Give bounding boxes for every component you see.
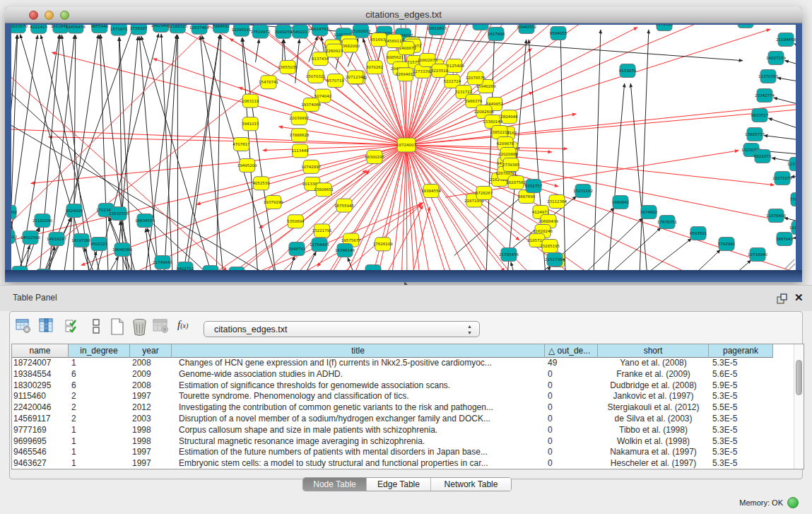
cell-out_degree: 0	[545, 380, 598, 392]
table-select-value: citations_edges.txt	[214, 325, 288, 334]
cell-short: de Silva et al. (2003)	[598, 414, 709, 425]
column-header-year[interactable]: year	[130, 344, 172, 358]
cell-short: Dudbridge et al. (2008)	[598, 380, 709, 392]
tab-node-table[interactable]: Node Table	[303, 478, 366, 491]
network-canvas[interactable]: 2002387042224132011841019456458965594015…	[11, 25, 796, 271]
cell-year: 2003	[130, 414, 172, 425]
graph-edge	[409, 145, 567, 148]
table-scrollbar[interactable]	[794, 344, 804, 469]
table-row[interactable]: 911546021997Tourette syndrome. Phenomeno…	[12, 391, 794, 402]
column-header-outde[interactable]: △ out_de...	[545, 344, 598, 358]
graph-node-label: 15492217	[290, 30, 310, 34]
graph-node-label: 9624826	[66, 209, 83, 213]
function-icon[interactable]: f(x)	[177, 319, 188, 331]
window-title: citations_edges.txt	[5, 9, 802, 20]
column-header-name[interactable]: name	[12, 344, 69, 358]
column-header-indegree[interactable]: in_degree	[69, 344, 130, 358]
graph-node-label: 13380149	[483, 119, 502, 124]
graph-edge	[11, 220, 25, 271]
cell-out_degree: 49	[545, 358, 598, 369]
two-squares-icon[interactable]	[90, 317, 102, 336]
graph-node-label: 1571871	[110, 27, 128, 31]
trash-icon[interactable]	[131, 317, 148, 336]
cell-out_degree: 0	[545, 369, 598, 380]
graph-node-label: 23342774	[755, 93, 775, 98]
table-row[interactable]: 1830029562008Estimation of significance …	[12, 380, 794, 392]
graph-edge	[646, 250, 720, 271]
memory-status-icon	[787, 497, 799, 508]
cell-year: 1997	[130, 458, 172, 469]
graph-edge	[640, 30, 649, 271]
graph-node[interactable]	[738, 25, 753, 28]
table-column-icon[interactable]	[38, 317, 55, 334]
tab-edge-table[interactable]: Edge Table	[366, 478, 430, 491]
graph-edge	[768, 118, 796, 133]
cell-year: 1998	[130, 436, 172, 448]
graph-node-label: 21517364	[545, 257, 565, 262]
graph-node-label: 15282833	[351, 29, 371, 33]
table-disabled-icon[interactable]	[152, 317, 170, 334]
float-panel-icon[interactable]	[777, 293, 788, 304]
graph-node-label: 3074682	[640, 210, 658, 214]
table-row[interactable]: 969969511998Structural magnetic resonanc…	[12, 436, 794, 448]
graph-node-label: 17519972	[250, 30, 270, 34]
graph-node-label: 3131722	[455, 90, 473, 94]
graph-node-label: 18615613	[11, 235, 17, 239]
cell-title: Changes of HCN gene expression and I(f) …	[172, 358, 545, 369]
graph-node-label: 16755945	[334, 204, 354, 208]
window-bottom-border	[5, 270, 802, 282]
table-row[interactable]: 977716911998Corpus callosum shape and si…	[12, 425, 794, 436]
graph-node-label: 7084692	[212, 25, 230, 28]
graph-node-label: 12078576	[466, 76, 486, 80]
network-window: citations_edges.txt 20023870422241320118…	[5, 7, 802, 282]
graph-edge	[11, 83, 210, 271]
column-header-short[interactable]: short	[598, 344, 709, 358]
graph-node-label: 8833517	[751, 113, 769, 117]
graph-node-label: 12694812	[396, 72, 416, 76]
graph-node-label: 8085621	[387, 55, 404, 59]
column-header-pagerank[interactable]: pagerank	[709, 344, 773, 358]
cell-year: 2008	[130, 380, 172, 392]
graph-node-label: 14618297	[47, 237, 66, 241]
graph-node-label: 6209878	[497, 141, 514, 146]
table-row[interactable]: 946554611997Estimation of the future num…	[12, 447, 794, 458]
graph-node-label: 13832558	[109, 211, 129, 216]
table-row[interactable]: 1872400712008Changes of HCN gene express…	[12, 358, 794, 369]
graph-node-label: 9655940	[91, 25, 109, 28]
table-settings-icon[interactable]	[15, 317, 32, 334]
cell-name: 18724007	[12, 358, 69, 369]
cell-out_degree: 0	[545, 458, 598, 469]
window-titlebar[interactable]: citations_edges.txt	[5, 7, 802, 23]
graph-edge	[600, 238, 691, 271]
graph-node-label: 4124971	[532, 210, 550, 214]
graph-node[interactable]	[473, 25, 488, 30]
graph-node-label: 13682000	[340, 44, 360, 48]
graph-node-label: 19495200	[237, 163, 257, 168]
tab-network-table[interactable]: Network Table	[430, 478, 511, 491]
graph-edge	[486, 30, 495, 271]
cell-title: Estimation of the future numbers of pati…	[172, 447, 545, 458]
table-row[interactable]: 2242004622012Investigating the contribut…	[12, 402, 794, 414]
select-rows-icon[interactable]	[64, 317, 81, 334]
graph-node-label: 17888628	[289, 133, 309, 137]
table-row[interactable]: 1938455462009Genome-wide association stu…	[12, 369, 794, 380]
graph-node-label: 20712342	[346, 75, 365, 79]
cell-title: Disruption of a novel member of a sodium…	[172, 414, 545, 425]
graph-node-label: 9570719	[326, 78, 344, 83]
close-panel-icon[interactable]: ✕	[794, 291, 804, 304]
graph-node-label: 19456458	[66, 25, 86, 29]
cell-name: 9115460	[12, 391, 69, 402]
graph-edge	[408, 25, 764, 143]
graph-edge	[11, 124, 404, 145]
cell-pagerank: 5.3E-5	[709, 358, 773, 369]
new-document-icon[interactable]	[108, 317, 126, 336]
scrollbar-thumb[interactable]	[796, 360, 802, 395]
column-header-title[interactable]: title	[172, 344, 545, 358]
graph-node-label: 4153070	[619, 69, 637, 73]
table-row[interactable]: 1456911722003Disruption of a novel membe…	[12, 414, 794, 425]
table-header-row: namein_degreeyeartitle△ out_de...shortpa…	[12, 344, 794, 358]
table-row[interactable]: 946362711997Embryonic stem cells: a mode…	[12, 458, 794, 469]
graph-edge	[764, 136, 796, 141]
table-select-dropdown[interactable]: citations_edges.txt ▲▼	[204, 321, 480, 337]
graph-node-label: 14027159	[766, 56, 786, 60]
